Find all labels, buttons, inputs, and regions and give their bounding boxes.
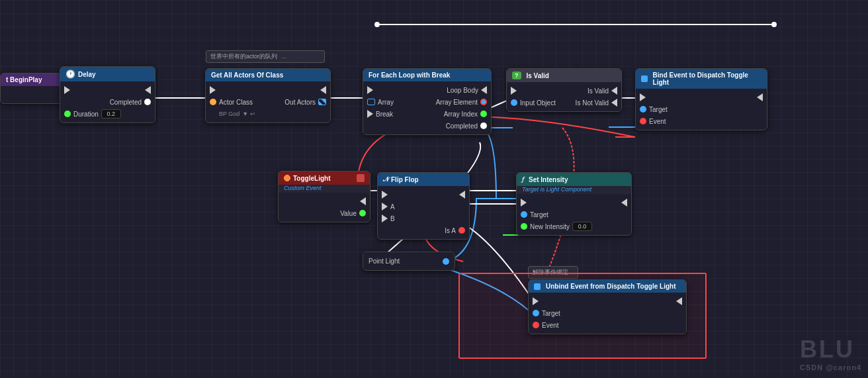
- get-actors-exec-out[interactable]: [320, 86, 326, 94]
- is-valid-notvalid-out[interactable]: [611, 99, 617, 107]
- get-actors-tooltip: 世界中所有的actor的队列 ...: [206, 50, 325, 63]
- bind-event-header: Bind Event to Dispatch Toggle Light: [636, 69, 767, 89]
- is-valid-exec-in[interactable]: [511, 87, 517, 95]
- unbind-event-title: Unbind Event from Dispatch Toggle Light: [546, 283, 675, 290]
- unbind-target-pin[interactable]: [533, 310, 539, 316]
- foreach-exec-in[interactable]: [367, 86, 373, 94]
- bind-event-node: Bind Event to Dispatch Toggle Light Targ…: [635, 68, 767, 130]
- foreach-array-in[interactable]: [367, 99, 375, 105]
- get-actors-class-pin[interactable]: [210, 99, 216, 105]
- foreach-completed-out[interactable]: [480, 122, 487, 129]
- flip-flop-node: 𝒩 Flip Flop A B Is A: [377, 172, 470, 240]
- bind-exec-in[interactable]: [640, 93, 646, 101]
- is-valid-title: Is Valid: [527, 72, 549, 79]
- unbind-exec-in[interactable]: [533, 297, 539, 305]
- for-each-loop-node: For Each Loop with Break Loop Body Array…: [363, 68, 492, 135]
- svg-point-0: [374, 22, 380, 27]
- foreach-loopbody-out[interactable]: [481, 86, 487, 94]
- blueprint-canvas[interactable]: t BeginPlay 🕐 Delay Completed Duratio: [0, 0, 868, 378]
- set-intensity-exec-in[interactable]: [521, 199, 527, 207]
- set-intensity-title: Set Intensity: [529, 176, 568, 183]
- watermark-credit: CSDN @caron4: [800, 363, 861, 371]
- set-intensity-node: 𝑓 Set Intensity Target is Light Componen…: [516, 172, 632, 236]
- delay-exec-out[interactable]: [145, 86, 151, 94]
- bind-event-pin[interactable]: [640, 118, 646, 124]
- point-light-label: Point Light: [369, 258, 400, 265]
- point-light-pin[interactable]: [443, 258, 449, 265]
- flipflop-isa-pin[interactable]: [458, 227, 465, 234]
- is-valid-node: ? Is Valid Is Valid Input Object Is Not …: [506, 68, 622, 112]
- toggle-exec-out[interactable]: [360, 197, 366, 205]
- toggle-value-pin[interactable]: [359, 210, 366, 216]
- bind-event-title: Bind Event to Dispatch Toggle Light: [653, 71, 761, 86]
- toggle-light-subtitle: Custom Event: [279, 185, 370, 193]
- begin-play-title: t BeginPlay: [6, 76, 42, 83]
- set-intensity-value[interactable]: 0.0: [572, 222, 592, 231]
- bind-exec-out[interactable]: [757, 93, 763, 101]
- delay-duration-value[interactable]: 0.2: [101, 109, 121, 118]
- unbind-event-pin[interactable]: [533, 322, 539, 328]
- unbind-exec-out[interactable]: [676, 297, 682, 305]
- flipflop-b-in[interactable]: [382, 214, 388, 222]
- get-all-actors-title: Get All Actors Of Class: [211, 71, 283, 79]
- foreach-element-out[interactable]: [480, 99, 487, 105]
- delay-title: Delay: [78, 71, 96, 78]
- for-each-title: For Each Loop with Break: [369, 71, 450, 79]
- get-actors-out-pin[interactable]: [318, 99, 326, 105]
- foreach-index-out[interactable]: [480, 111, 487, 117]
- completed-label: Completed: [110, 99, 142, 106]
- set-intensity-newint-pin[interactable]: [521, 223, 527, 230]
- point-light-node: Point Light: [363, 252, 455, 271]
- svg-point-1: [771, 22, 777, 27]
- is-valid-isvalid-out[interactable]: [611, 87, 617, 95]
- set-intensity-subtitle: Target is Light Component: [517, 186, 631, 194]
- delay-header: 🕐 Delay: [60, 67, 155, 81]
- delay-exec-in[interactable]: [64, 86, 70, 94]
- unbind-event-node: Unbind Event from Dispatch Toggle Light …: [528, 279, 687, 334]
- set-intensity-exec-out[interactable]: [621, 199, 627, 207]
- flipflop-exec-in[interactable]: [382, 191, 388, 199]
- get-actors-exec-in[interactable]: [210, 86, 216, 94]
- for-each-header: For Each Loop with Break: [363, 69, 491, 81]
- delay-node: 🕐 Delay Completed Duration 0.2: [60, 66, 155, 123]
- set-intensity-header: 𝑓 Set Intensity: [517, 173, 631, 186]
- flip-flop-header: 𝒩 Flip Flop: [378, 173, 469, 186]
- is-valid-header: ? Is Valid: [507, 69, 621, 82]
- watermark: BLU CSDN @caron4: [800, 336, 861, 371]
- toggle-light-title: ToggleLight: [293, 175, 330, 182]
- is-valid-input-pin[interactable]: [511, 99, 517, 106]
- foreach-break-in[interactable]: [367, 110, 373, 118]
- delay-duration-pin[interactable]: [64, 111, 71, 117]
- flipflop-exec-out[interactable]: [459, 191, 465, 199]
- delay-completed-pin[interactable]: [144, 99, 151, 105]
- toggle-light-node: ToggleLight Custom Event Value: [278, 171, 370, 222]
- bind-target-pin[interactable]: [640, 106, 646, 113]
- get-all-actors-node: 世界中所有的actor的队列 ... Get All Actors Of Cla…: [205, 68, 331, 123]
- set-intensity-target-pin[interactable]: [521, 211, 527, 218]
- get-all-actors-header: Get All Actors Of Class: [206, 69, 330, 81]
- flip-flop-title: Flip Flop: [391, 176, 419, 183]
- toggle-light-header: ToggleLight: [279, 171, 370, 185]
- unbind-event-header: Unbind Event from Dispatch Toggle Light: [529, 280, 686, 293]
- flipflop-a-in[interactable]: [382, 203, 388, 211]
